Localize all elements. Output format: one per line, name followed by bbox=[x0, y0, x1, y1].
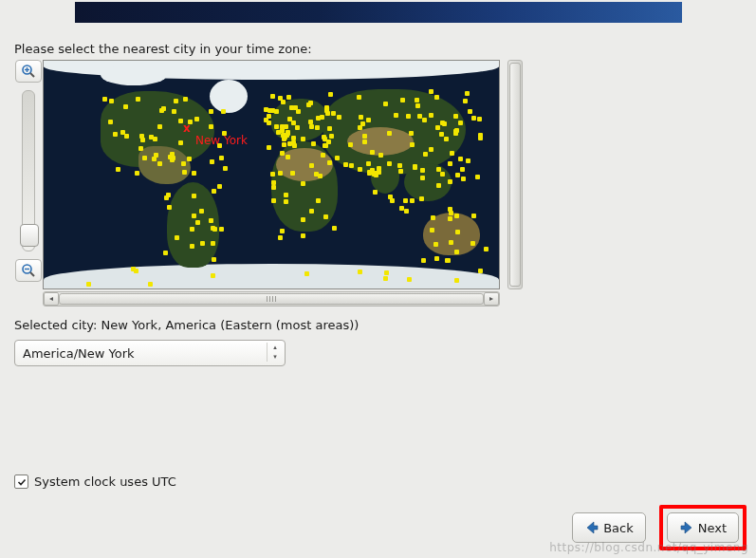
city-dot[interactable] bbox=[413, 164, 417, 169]
city-dot[interactable] bbox=[264, 107, 268, 112]
city-dot[interactable] bbox=[211, 226, 215, 231]
city-dot[interactable] bbox=[423, 152, 428, 157]
city-dot[interactable] bbox=[394, 113, 398, 118]
city-dot[interactable] bbox=[434, 256, 439, 261]
city-dot[interactable] bbox=[164, 195, 169, 200]
city-dot[interactable] bbox=[281, 100, 286, 104]
zoom-out-button[interactable] bbox=[15, 259, 42, 282]
city-dot[interactable] bbox=[270, 94, 275, 99]
city-dot[interactable] bbox=[284, 193, 288, 197]
city-dot[interactable] bbox=[209, 109, 213, 114]
city-dot[interactable] bbox=[358, 270, 362, 274]
city-dot[interactable] bbox=[449, 240, 453, 245]
city-dot[interactable] bbox=[455, 173, 460, 177]
city-dot[interactable] bbox=[221, 109, 226, 114]
city-dot[interactable] bbox=[475, 175, 480, 179]
city-dot[interactable] bbox=[175, 235, 179, 240]
city-dot[interactable] bbox=[182, 170, 187, 175]
city-dot[interactable] bbox=[370, 150, 375, 155]
scroll-right-button[interactable]: ▸ bbox=[484, 292, 499, 306]
city-dot[interactable] bbox=[301, 137, 305, 141]
city-dot[interactable] bbox=[358, 167, 362, 172]
city-dot[interactable] bbox=[148, 282, 153, 287]
city-dot[interactable] bbox=[366, 161, 371, 166]
city-dot[interactable] bbox=[378, 153, 383, 158]
city-dot[interactable] bbox=[135, 171, 139, 176]
city-dot[interactable] bbox=[116, 167, 120, 172]
zoom-slider-handle[interactable] bbox=[20, 224, 39, 247]
city-dot[interactable] bbox=[286, 155, 290, 159]
city-dot[interactable] bbox=[278, 171, 283, 176]
scrollbar-thumb[interactable] bbox=[509, 63, 521, 287]
city-dot[interactable] bbox=[267, 121, 271, 125]
city-dot[interactable] bbox=[181, 161, 186, 166]
city-dot[interactable] bbox=[271, 180, 276, 185]
city-dot[interactable] bbox=[454, 250, 459, 254]
city-dot[interactable] bbox=[153, 137, 157, 141]
city-dot[interactable] bbox=[409, 131, 414, 136]
scroll-left-button[interactable]: ◂ bbox=[44, 292, 59, 306]
city-dot[interactable] bbox=[420, 168, 425, 173]
city-dot[interactable] bbox=[200, 241, 205, 246]
city-dot[interactable] bbox=[309, 124, 314, 129]
city-dot[interactable] bbox=[410, 198, 415, 203]
city-dot[interactable] bbox=[113, 132, 118, 137]
city-dot[interactable] bbox=[210, 159, 214, 164]
city-dot[interactable] bbox=[461, 177, 466, 181]
city-dot[interactable] bbox=[407, 277, 412, 282]
city-dot[interactable] bbox=[316, 116, 321, 121]
city-dot[interactable] bbox=[322, 135, 326, 140]
city-dot[interactable] bbox=[291, 121, 296, 125]
city-dot[interactable] bbox=[331, 111, 336, 116]
city-dot[interactable] bbox=[373, 190, 378, 195]
city-dot[interactable] bbox=[223, 166, 228, 171]
city-dot[interactable] bbox=[283, 135, 287, 140]
city-dot[interactable] bbox=[212, 257, 216, 262]
city-dot[interactable] bbox=[311, 141, 316, 146]
city-dot[interactable] bbox=[209, 218, 213, 223]
city-dot[interactable] bbox=[468, 109, 472, 114]
city-dot[interactable] bbox=[219, 156, 224, 160]
city-dot[interactable] bbox=[174, 99, 178, 103]
city-dot[interactable] bbox=[454, 214, 459, 218]
city-dot[interactable] bbox=[360, 121, 365, 126]
city-dot[interactable] bbox=[195, 220, 200, 225]
city-dot[interactable] bbox=[453, 131, 458, 136]
zoom-in-button[interactable] bbox=[15, 60, 42, 83]
city-dot[interactable] bbox=[455, 230, 460, 234]
city-dot[interactable] bbox=[324, 108, 329, 113]
city-dot[interactable] bbox=[329, 134, 334, 139]
utc-checkbox[interactable] bbox=[14, 474, 28, 489]
city-dot[interactable] bbox=[140, 138, 145, 142]
city-dot[interactable] bbox=[323, 143, 327, 148]
city-dot[interactable] bbox=[199, 209, 204, 214]
city-dot[interactable] bbox=[478, 269, 483, 273]
city-dot[interactable] bbox=[190, 244, 194, 249]
city-dot[interactable] bbox=[211, 241, 215, 246]
city-dot[interactable] bbox=[436, 183, 441, 188]
city-dot[interactable] bbox=[398, 169, 403, 174]
city-dot[interactable] bbox=[301, 181, 305, 186]
city-dot[interactable] bbox=[383, 102, 388, 106]
city-dot[interactable] bbox=[271, 198, 276, 203]
city-dot[interactable] bbox=[282, 142, 286, 147]
city-dot[interactable] bbox=[211, 273, 215, 278]
city-dot[interactable] bbox=[445, 258, 450, 263]
city-dot[interactable] bbox=[309, 163, 314, 168]
city-dot[interactable] bbox=[349, 163, 354, 168]
city-dot[interactable] bbox=[439, 132, 444, 137]
city-dot[interactable] bbox=[287, 141, 292, 146]
city-dot[interactable] bbox=[377, 170, 381, 175]
city-dot[interactable] bbox=[429, 89, 433, 94]
zoom-slider[interactable] bbox=[22, 90, 35, 251]
city-dot[interactable] bbox=[301, 233, 305, 238]
city-dot[interactable] bbox=[454, 278, 459, 283]
city-dot[interactable] bbox=[477, 117, 482, 121]
city-dot[interactable] bbox=[194, 117, 199, 121]
city-dot[interactable] bbox=[309, 209, 314, 214]
city-dot[interactable] bbox=[453, 114, 458, 119]
city-dot[interactable] bbox=[448, 179, 452, 184]
city-dot[interactable] bbox=[434, 95, 439, 100]
city-dot[interactable] bbox=[171, 156, 175, 160]
city-dot[interactable] bbox=[478, 133, 483, 138]
